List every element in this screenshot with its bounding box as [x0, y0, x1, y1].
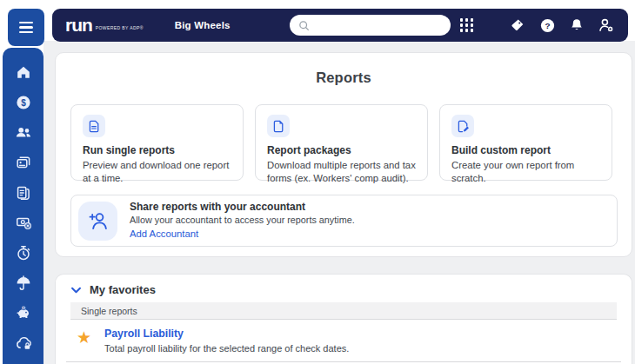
share-icon-box: [78, 202, 117, 241]
cloud-lock-icon: [15, 334, 32, 352]
card-description: Create your own report from scratch.: [451, 159, 600, 184]
share-text-block: Share reports with your accountant Allow…: [130, 201, 355, 241]
dollar-circle-icon: $: [15, 94, 32, 111]
group-label: Single reports: [81, 306, 137, 316]
bell-icon: [569, 17, 585, 33]
apps-grid-icon[interactable]: [460, 18, 474, 32]
powered-by-adp-text: POWERED BY ADP®: [96, 25, 144, 34]
report-option-cards: Run single reports Preview and download …: [70, 104, 612, 181]
page-title: Reports: [56, 53, 632, 86]
user-gear-icon: [598, 17, 615, 34]
sidebar-item-retirement[interactable]: $: [13, 303, 34, 322]
header-actions: ?: [509, 17, 615, 34]
my-favorites-header[interactable]: My favorites: [56, 275, 632, 302]
card-description: Preview and download one report at a tim…: [83, 159, 231, 184]
company-name: Big Wheels: [175, 20, 231, 30]
tag-icon: [510, 17, 525, 33]
app-window: $ $ run POWERED BY ADP®: [0, 0, 635, 364]
account-settings-button[interactable]: [598, 17, 615, 34]
hamburger-menu-button[interactable]: [8, 9, 44, 46]
sidebar-item-time[interactable]: [13, 243, 34, 262]
hamburger-icon: [19, 22, 33, 33]
favorite-star-icon[interactable]: ★: [77, 329, 91, 347]
chevron-down-icon[interactable]: [70, 285, 82, 295]
add-accountant-link[interactable]: Add Accountant: [130, 228, 198, 239]
card-title: Report packages: [267, 144, 416, 156]
offers-tag-button[interactable]: [509, 17, 526, 34]
card-title: Build custom report: [451, 144, 600, 156]
sidebar-item-people[interactable]: [13, 122, 34, 142]
my-favorites-panel: My favorites Single reports ★ Payroll Li…: [55, 274, 632, 364]
report-packages-icon-box: [267, 115, 290, 137]
notifications-button[interactable]: [568, 17, 585, 34]
run-logo-text: run: [65, 17, 92, 34]
sidebar-nav: $ $: [3, 48, 43, 364]
sidebar-item-company[interactable]: [13, 153, 34, 172]
sidebar-item-reports[interactable]: [13, 183, 34, 202]
search-bar[interactable]: [290, 15, 451, 36]
id-card-stack-icon: [15, 154, 32, 171]
payroll-liability-link[interactable]: Payroll Liability: [104, 328, 184, 340]
search-icon: [297, 19, 311, 32]
share-description: Allow your accountant to access your rep…: [130, 215, 355, 225]
top-header-bar: run POWERED BY ADP® Big Wheels ?: [52, 9, 628, 42]
stopwatch-icon: [15, 244, 32, 261]
sidebar-item-taxes[interactable]: [13, 213, 34, 232]
file-icon: [87, 119, 102, 134]
sidebar-item-payroll[interactable]: $: [13, 93, 34, 112]
sidebar-item-security[interactable]: [13, 334, 34, 353]
money-x-icon: [15, 214, 32, 231]
umbrella-icon: [15, 275, 32, 292]
reports-panel: Reports Run single reports Preview and d…: [55, 52, 632, 257]
share-title: Share reports with your accountant: [130, 201, 355, 213]
favorites-group-header: Single reports: [70, 302, 617, 320]
card-description: Download multiple reports and tax forms …: [267, 159, 416, 184]
piggy-bank-icon: $: [15, 304, 32, 321]
my-favorites-title: My favorites: [90, 283, 156, 296]
sidebar-item-insurance[interactable]: [13, 274, 34, 293]
sidebar-item-home[interactable]: [13, 63, 34, 82]
card-title: Run single reports: [83, 144, 231, 156]
help-icon: ?: [539, 17, 556, 34]
custom-report-icon-box: [451, 115, 474, 137]
add-person-icon: [87, 209, 110, 232]
favorite-description: Total payroll liability for the selected…: [104, 343, 349, 354]
help-button[interactable]: ?: [538, 17, 556, 34]
people-icon: [15, 123, 32, 141]
run-single-reports-card[interactable]: Run single reports Preview and download …: [70, 104, 244, 181]
documents-icon: [15, 184, 32, 202]
home-icon: [15, 63, 32, 81]
favorite-text-block: Payroll Liability Total payroll liabilit…: [104, 325, 349, 354]
svg-text:?: ?: [545, 21, 550, 30]
run-logo[interactable]: run POWERED BY ADP®: [65, 17, 144, 34]
build-custom-report-card[interactable]: Build custom report Create your own repo…: [439, 104, 612, 181]
favorite-report-row: ★ Payroll Liability Total payroll liabil…: [66, 320, 621, 362]
file-pencil-icon: [456, 119, 471, 134]
file-fold-icon: [271, 119, 286, 134]
share-with-accountant-card: Share reports with your accountant Allow…: [70, 195, 618, 247]
svg-text:$: $: [21, 97, 26, 107]
single-report-icon-box: [83, 115, 105, 137]
search-input[interactable]: [315, 20, 447, 30]
report-packages-card[interactable]: Report packages Download multiple report…: [255, 104, 428, 181]
